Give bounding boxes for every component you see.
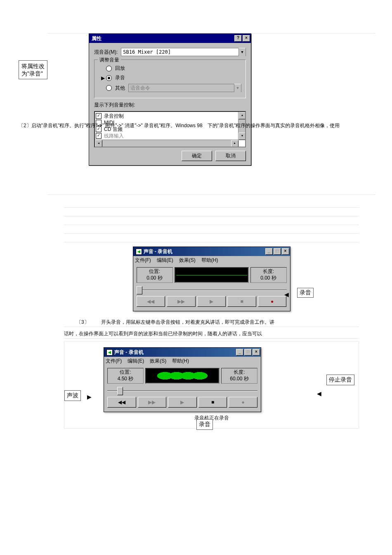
menu-file[interactable]: 文件(F) (106, 358, 122, 365)
length-box: 长度: 0.00 秒 (250, 267, 287, 283)
mixer-dropdown[interactable]: SB16 Mixer [220] ▼ (121, 48, 246, 56)
rewind-button[interactable]: ◀◀ (137, 296, 165, 307)
length-label: 长度: (225, 369, 254, 376)
volume-control-list[interactable]: ✓ 录音控制 MIDI ✓ CD 音频 ✓ 线路输入 (94, 111, 246, 147)
step-3-body: 开头录音，用鼠标左键单击录音按钮，对着麦克风讲话，即可完成录音工作。讲 (101, 319, 274, 325)
speaker-icon: ◀ (136, 249, 142, 255)
close-button[interactable]: × (282, 248, 289, 255)
radio-other-label: 其他 (115, 85, 125, 92)
list-item[interactable]: ✓ 录音控制 (96, 113, 244, 119)
radio-record[interactable] (106, 75, 112, 81)
play-button[interactable]: ▶ (168, 397, 197, 408)
position-label: 位置: (111, 369, 140, 376)
list-item[interactable]: ✓ 线路输入 (96, 133, 244, 139)
other-dd-text: 语音命令 (130, 84, 234, 92)
properties-section: 将属性改 为"录音" 属性 ? × 混音器(M): SB16 Mixer [22… (47, 33, 375, 195)
scroll-up-icon[interactable]: ▴ (239, 112, 246, 119)
recorder-titlebar: ◀ 声音 - 录音机 _ □ × (104, 348, 261, 357)
list-label: 显示下列音量控制: (94, 102, 246, 109)
menu-help[interactable]: 帮助(H) (201, 257, 218, 264)
slider-thumb[interactable] (117, 387, 123, 395)
fastforward-button[interactable]: ▶▶ (138, 397, 167, 408)
recorder-window-recording: ◀ 声音 - 录音机 _ □ × 文件(F) 编辑(E) 效果(S) 帮助(H)… (104, 347, 261, 412)
step-3-text: 〔3〕 开头录音，用鼠标左键单击录音按钮，对着麦克风讲话，即可完成录音工作。讲 (64, 318, 359, 327)
close-button[interactable]: × (253, 349, 260, 356)
adjust-volume-group: 调整音量 回放 ▶ 录音 其他 语音命令 (94, 59, 246, 98)
group-title: 调整音量 (98, 57, 121, 64)
maximize-button: □ (244, 349, 252, 356)
radio-playback[interactable] (106, 66, 112, 71)
stop-button[interactable]: ■ (198, 397, 227, 408)
mixer-label: 混音器(M): (94, 49, 118, 56)
step-3-number: 〔3〕 (76, 319, 89, 325)
scroll-left-icon[interactable]: ◂ (95, 140, 102, 147)
help-button[interactable]: ? (234, 35, 242, 42)
close-button[interactable]: × (243, 35, 250, 42)
position-slider[interactable] (137, 286, 287, 294)
chevron-down-icon: ▼ (234, 84, 241, 92)
fastforward-button[interactable]: ▶▶ (167, 296, 196, 307)
callout-wave: 声波 (64, 390, 81, 401)
position-value: 0.00 秒 (140, 275, 169, 282)
position-box: 位置: 0.00 秒 (137, 267, 173, 283)
speaker-icon: ◀ (106, 349, 113, 356)
recorder-title: 声音 - 录音机 (144, 248, 173, 255)
menu-effect[interactable]: 效果(S) (179, 257, 196, 264)
recorder-window: ◀ 声音 - 录音机 _ □ × 文件(F) 编辑(E) 效果(S) 帮助(H)… (133, 247, 290, 311)
recorder-recording-section: 声波 停止录音 ◀ 声音 - 录音机 _ □ × 文件(F) 编辑(E) 效果(… (64, 341, 359, 429)
minimize-button[interactable]: _ (265, 248, 273, 255)
menu-effect[interactable]: 效果(S) (150, 358, 166, 365)
radio-other[interactable] (106, 85, 112, 91)
position-value: 4.50 秒 (111, 376, 140, 382)
radio-record-row[interactable]: ▶ 录音 (106, 74, 241, 81)
checkbox-icon[interactable]: ✓ (96, 113, 102, 119)
play-button[interactable]: ▶ (197, 296, 226, 307)
length-box: 长度: 60.00 秒 (221, 368, 257, 384)
menu-help[interactable]: 帮助(H) (172, 358, 189, 365)
pointer-arrow-icon: ◀ (317, 390, 321, 397)
scrollbar-horizontal[interactable]: ◂ ▸ (95, 140, 239, 147)
checkbox-icon[interactable]: ✓ (96, 133, 102, 139)
length-value: 0.00 秒 (254, 275, 283, 282)
slider-thumb[interactable] (137, 286, 142, 294)
position-slider[interactable] (107, 387, 257, 394)
other-dropdown: 语音命令 ▼ (128, 84, 241, 92)
blank-rows (64, 199, 359, 242)
chevron-down-icon[interactable]: ▼ (239, 48, 246, 56)
pointer-arrow-icon: ◀ (284, 291, 289, 298)
properties-title: 属性 (92, 35, 102, 42)
menu-edit[interactable]: 编辑(E) (128, 358, 144, 365)
item-record-ctrl: 录音控制 (104, 113, 124, 120)
radio-playback-row[interactable]: 回放 (106, 65, 241, 72)
properties-dialog: 属性 ? × 混音器(M): SB16 Mixer [220] ▼ 调整音量 (89, 33, 251, 166)
pointer-arrow-icon: ▶ (87, 394, 92, 400)
properties-titlebar: 属性 ? × (89, 34, 251, 43)
position-box: 位置: 4.50 秒 (107, 368, 144, 384)
scroll-down-icon[interactable]: ▾ (239, 133, 246, 140)
record-button[interactable]: ● (229, 397, 257, 408)
recorder-title: 声音 - 录音机 (114, 349, 144, 356)
recorder-titlebar: ◀ 声音 - 录音机 _ □ × (133, 247, 290, 256)
cancel-button[interactable]: 取消 (215, 151, 246, 161)
waveform (175, 267, 249, 283)
radio-record-label: 录音 (115, 74, 125, 81)
stop-button[interactable]: ■ (227, 296, 256, 307)
item-line-in: 线路输入 (104, 133, 124, 140)
length-label: 长度: (254, 268, 283, 275)
menu-file[interactable]: 文件(F) (135, 257, 151, 264)
menu-edit[interactable]: 编辑(E) (157, 257, 173, 264)
step-2-text: 〔2〕启动"录音机"程序。执行"程序"->" 附件"->" 消遣"->" 录音机… (19, 122, 392, 129)
recorder-idle-section: ◀ 声音 - 录音机 _ □ × 文件(F) 编辑(E) 效果(S) 帮助(H)… (47, 247, 375, 315)
minimize-button[interactable]: _ (236, 349, 243, 356)
record-button[interactable]: ● (258, 296, 287, 307)
rewind-button[interactable]: ◀◀ (107, 397, 136, 408)
recorder-menubar: 文件(F) 编辑(E) 效果(S) 帮助(H) (133, 256, 290, 265)
mixer-value: SB16 Mixer [220] (123, 48, 239, 56)
scroll-right-icon[interactable]: ▸ (231, 140, 239, 147)
step-3b-text: 话时，在操作界面上可以看到声音的波形和当前已经录制的时间，随着人的讲话，应当可以 (64, 330, 359, 339)
ok-button[interactable]: 确定 (182, 151, 212, 161)
radio-playback-label: 回放 (115, 65, 125, 72)
callout-change-record: 将属性改 为"录音" (19, 60, 47, 79)
radio-other-row[interactable]: 其他 语音命令 ▼ (106, 84, 241, 92)
waveform (145, 368, 220, 384)
